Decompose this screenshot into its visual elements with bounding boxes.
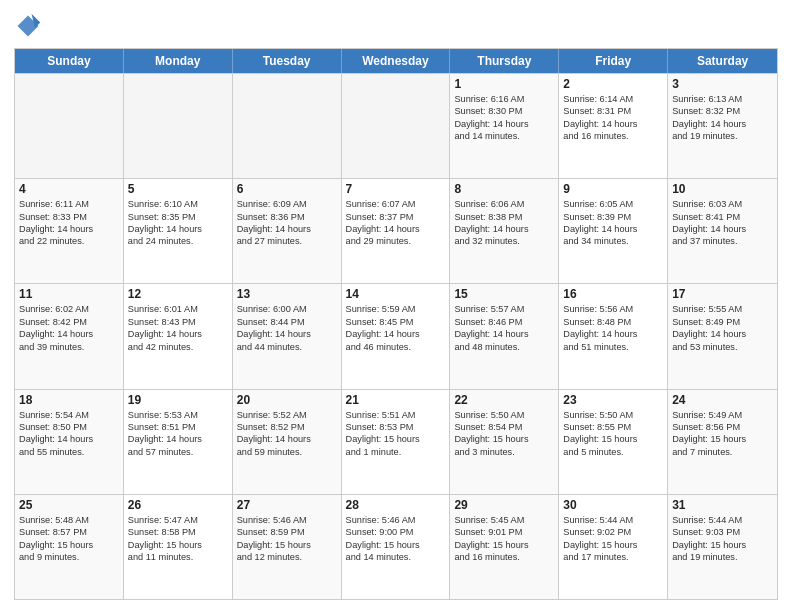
calendar-header: SundayMondayTuesdayWednesdayThursdayFrid… [15,49,777,73]
empty-cell [233,74,342,178]
cell-info-line: and 1 minute. [346,446,446,458]
cell-info-line: Daylight: 15 hours [454,433,554,445]
cell-info-line: Sunset: 9:00 PM [346,526,446,538]
day-cell-13: 13Sunrise: 6:00 AMSunset: 8:44 PMDayligh… [233,284,342,388]
day-cell-31: 31Sunrise: 5:44 AMSunset: 9:03 PMDayligh… [668,495,777,599]
day-cell-16: 16Sunrise: 5:56 AMSunset: 8:48 PMDayligh… [559,284,668,388]
day-cell-8: 8Sunrise: 6:06 AMSunset: 8:38 PMDaylight… [450,179,559,283]
cal-row-5: 25Sunrise: 5:48 AMSunset: 8:57 PMDayligh… [15,494,777,599]
cell-info-line: Daylight: 14 hours [563,223,663,235]
day-cell-20: 20Sunrise: 5:52 AMSunset: 8:52 PMDayligh… [233,390,342,494]
cell-info-line: Daylight: 15 hours [346,433,446,445]
day-number: 11 [19,287,119,301]
cal-row-4: 18Sunrise: 5:54 AMSunset: 8:50 PMDayligh… [15,389,777,494]
cell-info-line: and 19 minutes. [672,130,773,142]
cell-info-line: and 55 minutes. [19,446,119,458]
day-number: 9 [563,182,663,196]
day-number: 19 [128,393,228,407]
day-number: 26 [128,498,228,512]
day-cell-27: 27Sunrise: 5:46 AMSunset: 8:59 PMDayligh… [233,495,342,599]
cell-info-line: Daylight: 15 hours [346,539,446,551]
cal-row-2: 4Sunrise: 6:11 AMSunset: 8:33 PMDaylight… [15,178,777,283]
cell-info-line: Sunrise: 6:05 AM [563,198,663,210]
cell-info-line: and 42 minutes. [128,341,228,353]
cell-info-line: Sunset: 8:50 PM [19,421,119,433]
cell-info-line: and 53 minutes. [672,341,773,353]
cell-info-line: and 39 minutes. [19,341,119,353]
cell-info-line: Daylight: 15 hours [563,433,663,445]
day-of-week-monday: Monday [124,49,233,73]
cell-info-line: Daylight: 14 hours [672,328,773,340]
cell-info-line: Sunrise: 5:51 AM [346,409,446,421]
cell-info-line: Daylight: 14 hours [563,118,663,130]
cell-info-line: Sunrise: 5:47 AM [128,514,228,526]
cell-info-line: Sunset: 8:44 PM [237,316,337,328]
day-number: 22 [454,393,554,407]
logo [14,12,46,40]
cell-info-line: Sunset: 8:39 PM [563,211,663,223]
cell-info-line: Sunrise: 5:44 AM [672,514,773,526]
day-cell-5: 5Sunrise: 6:10 AMSunset: 8:35 PMDaylight… [124,179,233,283]
cell-info-line: and 12 minutes. [237,551,337,563]
day-cell-24: 24Sunrise: 5:49 AMSunset: 8:56 PMDayligh… [668,390,777,494]
day-of-week-sunday: Sunday [15,49,124,73]
day-number: 20 [237,393,337,407]
day-number: 18 [19,393,119,407]
cell-info-line: Sunrise: 5:46 AM [346,514,446,526]
day-cell-4: 4Sunrise: 6:11 AMSunset: 8:33 PMDaylight… [15,179,124,283]
calendar-body: 1Sunrise: 6:16 AMSunset: 8:30 PMDaylight… [15,73,777,599]
cell-info-line: Sunrise: 6:01 AM [128,303,228,315]
cell-info-line: Sunset: 8:35 PM [128,211,228,223]
cell-info-line: Sunset: 8:36 PM [237,211,337,223]
day-cell-21: 21Sunrise: 5:51 AMSunset: 8:53 PMDayligh… [342,390,451,494]
cell-info-line: and 27 minutes. [237,235,337,247]
cell-info-line: Sunset: 8:52 PM [237,421,337,433]
day-number: 30 [563,498,663,512]
cell-info-line: Sunrise: 6:06 AM [454,198,554,210]
cell-info-line: and 57 minutes. [128,446,228,458]
day-cell-3: 3Sunrise: 6:13 AMSunset: 8:32 PMDaylight… [668,74,777,178]
cell-info-line: and 59 minutes. [237,446,337,458]
day-number: 29 [454,498,554,512]
cell-info-line: Sunset: 8:45 PM [346,316,446,328]
day-number: 3 [672,77,773,91]
cell-info-line: Daylight: 14 hours [237,328,337,340]
cell-info-line: Sunrise: 5:53 AM [128,409,228,421]
cell-info-line: Daylight: 15 hours [672,433,773,445]
cell-info-line: Daylight: 14 hours [19,433,119,445]
day-number: 14 [346,287,446,301]
cell-info-line: Daylight: 14 hours [128,223,228,235]
cell-info-line: Sunrise: 6:11 AM [19,198,119,210]
day-of-week-tuesday: Tuesday [233,49,342,73]
day-number: 5 [128,182,228,196]
cell-info-line: Sunset: 8:31 PM [563,105,663,117]
cell-info-line: Daylight: 14 hours [454,223,554,235]
cell-info-line: and 19 minutes. [672,551,773,563]
cell-info-line: Sunset: 8:49 PM [672,316,773,328]
cell-info-line: and 3 minutes. [454,446,554,458]
cell-info-line: Sunset: 8:57 PM [19,526,119,538]
cell-info-line: Daylight: 15 hours [672,539,773,551]
day-number: 27 [237,498,337,512]
cell-info-line: and 46 minutes. [346,341,446,353]
calendar: SundayMondayTuesdayWednesdayThursdayFrid… [14,48,778,600]
day-number: 21 [346,393,446,407]
cell-info-line: Sunrise: 6:14 AM [563,93,663,105]
day-number: 25 [19,498,119,512]
day-of-week-saturday: Saturday [668,49,777,73]
page: SundayMondayTuesdayWednesdayThursdayFrid… [0,0,792,612]
cal-row-1: 1Sunrise: 6:16 AMSunset: 8:30 PMDaylight… [15,73,777,178]
day-cell-6: 6Sunrise: 6:09 AMSunset: 8:36 PMDaylight… [233,179,342,283]
day-cell-28: 28Sunrise: 5:46 AMSunset: 9:00 PMDayligh… [342,495,451,599]
cell-info-line: Sunset: 8:58 PM [128,526,228,538]
cell-info-line: Sunrise: 5:48 AM [19,514,119,526]
cell-info-line: Sunrise: 5:55 AM [672,303,773,315]
cell-info-line: Sunset: 8:41 PM [672,211,773,223]
day-cell-23: 23Sunrise: 5:50 AMSunset: 8:55 PMDayligh… [559,390,668,494]
cell-info-line: Sunrise: 5:57 AM [454,303,554,315]
day-cell-26: 26Sunrise: 5:47 AMSunset: 8:58 PMDayligh… [124,495,233,599]
cell-info-line: and 32 minutes. [454,235,554,247]
cell-info-line: Sunrise: 5:54 AM [19,409,119,421]
cell-info-line: Sunrise: 6:10 AM [128,198,228,210]
cell-info-line: Sunrise: 5:59 AM [346,303,446,315]
